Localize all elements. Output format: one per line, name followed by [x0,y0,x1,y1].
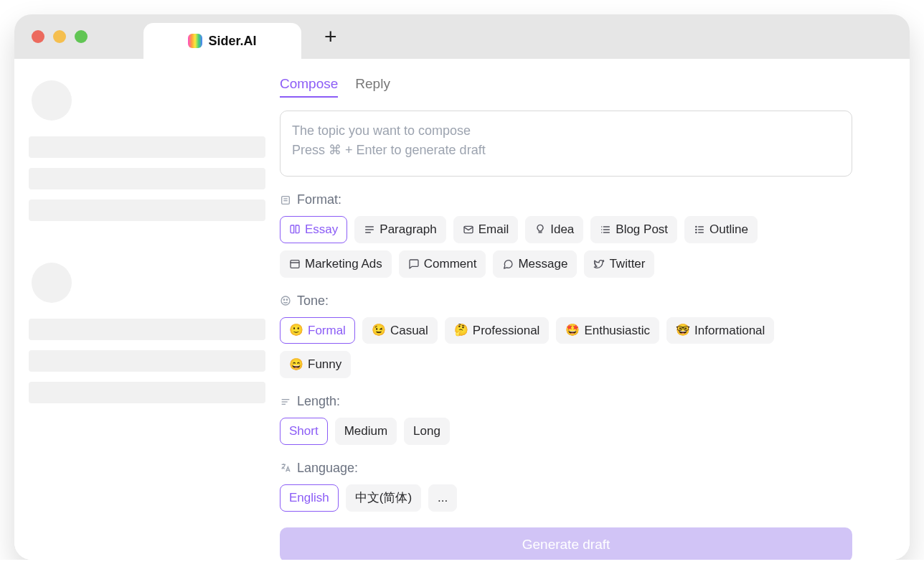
format-option-idea[interactable]: Idea [525,216,583,243]
traffic-lights [32,30,88,43]
browser-tab-sider[interactable]: Sider.AI [143,23,301,59]
close-window-button[interactable] [32,30,44,43]
tone-options: 🙂Formal😉Casual🤔Professional🤩Enthusiastic… [280,317,852,379]
tab-compose[interactable]: Compose [280,76,338,98]
tone-option-informational[interactable]: 🤓Informational [666,317,774,344]
tone-option-professional[interactable]: 🤔Professional [445,317,550,344]
app-window: Sider.AI + Compose Reply The topic you w… [14,14,910,560]
twitter-icon [593,258,605,270]
skeleton-bar [29,199,265,221]
format-option-label: Essay [305,221,338,238]
mode-tabs: Compose Reply [280,76,852,98]
book-icon [289,224,301,235]
blog-icon [600,224,611,235]
tone-option-label: Funny [308,356,341,373]
length-option-label: Short [289,423,319,440]
skeleton-bar [29,136,265,158]
svg-point-13 [696,226,697,227]
tone-emoji-icon: 😉 [372,322,386,338]
skeleton-avatar [32,263,72,303]
length-option-medium[interactable]: Medium [335,418,397,445]
topic-input[interactable]: The topic you want to compose Press ⌘ + … [280,111,852,177]
language-option-more[interactable]: ... [428,484,457,512]
skeleton-bar [29,350,265,372]
titlebar: Sider.AI + [14,14,910,59]
length-option-long[interactable]: Long [404,418,450,445]
format-option-twitter[interactable]: Twitter [584,250,654,278]
comment-icon [408,258,420,270]
tab-reply[interactable]: Reply [355,76,390,98]
format-option-label: Message [518,255,567,273]
length-options: ShortMediumLong [280,418,852,445]
format-option-outline[interactable]: Outline [684,216,758,243]
tone-option-formal[interactable]: 🙂Formal [280,317,355,344]
format-option-paragraph[interactable]: Paragraph [354,216,446,243]
browser-tab-title: Sider.AI [208,34,256,49]
format-option-label: Twitter [609,255,645,273]
format-option-marketing-ads[interactable]: Marketing Ads [280,250,392,278]
list-icon [694,224,705,235]
mail-icon [463,224,474,235]
format-option-label: Outline [710,221,748,238]
svg-point-14 [696,229,697,230]
format-options: EssayParagraphEmailIdeaBlog PostOutlineM… [280,216,852,278]
format-option-label: Comment [424,255,477,273]
format-option-label: Marketing Ads [305,255,382,273]
skeleton-avatar [32,80,72,121]
tone-emoji-icon: 🤔 [454,322,468,338]
format-option-label: Blog Post [616,221,668,238]
svg-point-21 [281,296,290,305]
length-label: Length: [280,394,852,409]
tone-option-label: Enthusiastic [584,322,650,339]
skeleton-bar [29,319,265,340]
language-section-icon [280,462,291,474]
length-section-icon [280,396,291,408]
compose-panel: Compose Reply The topic you want to comp… [280,59,861,560]
format-option-email[interactable]: Email [453,216,519,243]
generate-button[interactable]: Generate draft [280,527,852,560]
svg-rect-19 [291,260,299,268]
length-option-label: Long [413,423,440,440]
language-option-label: ... [438,489,448,507]
tone-section-icon [280,295,291,306]
minimize-window-button[interactable] [53,30,66,43]
lines-icon [364,224,375,235]
format-option-label: Paragraph [380,221,436,238]
format-option-comment[interactable]: Comment [399,250,486,278]
message-icon [502,258,514,270]
sidebar-skeleton [14,59,280,560]
format-section-icon [280,194,291,206]
tone-emoji-icon: 🙂 [289,322,303,338]
topic-placeholder-line1: The topic you want to compose [292,121,840,141]
svg-point-15 [696,232,697,233]
tone-emoji-icon: 😄 [289,357,303,372]
topic-placeholder-line2: Press ⌘ + Enter to generate draft [292,141,840,160]
tone-option-enthusiastic[interactable]: 🤩Enthusiastic [556,317,659,344]
format-option-label: Email [478,221,509,238]
format-option-blog-post[interactable]: Blog Post [590,216,677,243]
language-option--[interactable]: 中文(简体) [346,484,421,512]
svg-point-22 [283,299,284,300]
language-options: English中文(简体)... [280,484,852,512]
language-option-label: 中文(简体) [355,489,412,507]
format-option-essay[interactable]: Essay [280,216,347,243]
format-option-label: Idea [550,221,574,238]
maximize-window-button[interactable] [75,30,88,43]
language-option-english[interactable]: English [280,484,339,512]
window-icon [289,258,301,270]
tone-emoji-icon: 🤓 [676,322,690,338]
tone-label: Tone: [280,294,852,309]
tone-option-label: Formal [308,322,346,339]
tone-option-funny[interactable]: 😄Funny [280,351,351,378]
bulb-icon [534,224,546,235]
format-label: Format: [280,192,852,207]
skeleton-bar [29,382,265,403]
format-option-message[interactable]: Message [493,250,577,278]
tone-option-label: Professional [473,322,540,339]
length-option-short[interactable]: Short [280,418,328,445]
new-tab-button[interactable]: + [324,26,337,47]
tone-option-casual[interactable]: 😉Casual [362,317,438,344]
svg-point-23 [286,299,287,300]
tone-option-label: Informational [694,322,765,339]
skeleton-bar [29,168,265,189]
